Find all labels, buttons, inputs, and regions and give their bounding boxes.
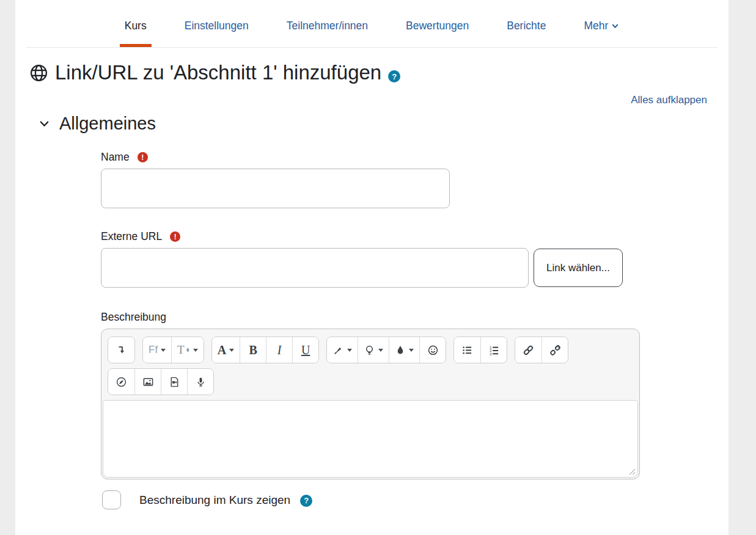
highlight-color-dropdown[interactable] <box>358 337 389 363</box>
caret-icon <box>409 349 414 352</box>
text-style-label: A <box>218 343 226 357</box>
unlink-button[interactable] <box>541 337 568 363</box>
italic-label: I <box>277 343 282 357</box>
text-style-dropdown[interactable]: A <box>212 337 240 363</box>
brush-icon <box>332 344 344 356</box>
highlighter-icon <box>364 344 375 356</box>
name-input[interactable] <box>101 169 450 208</box>
font-family-label: Ff <box>149 344 158 356</box>
url-form: Name ! Externe URL ! Link wählen... Besc… <box>101 151 728 509</box>
bold-button[interactable]: B <box>240 337 266 363</box>
toolbar-toggle-button[interactable] <box>108 337 134 363</box>
font-size-dropdown[interactable]: T ▲▼ <box>171 337 204 363</box>
nav-divider <box>26 47 717 48</box>
external-url-input[interactable] <box>101 248 529 288</box>
tab-bewertungen[interactable]: Bewertungen <box>401 20 474 47</box>
numbered-list-icon: 1 2 3 <box>488 344 500 356</box>
show-description-help-icon[interactable]: ? <box>300 495 312 507</box>
show-description-label: Beschreibung im Kurs zeigen <box>139 493 290 507</box>
record-audio-button[interactable] <box>187 369 213 395</box>
bold-label: B <box>249 343 257 357</box>
page-content: Kurs Einstellungen Teilnehmer/innen Bewe… <box>15 0 728 535</box>
insert-image-button[interactable] <box>134 369 161 395</box>
tab-mehr[interactable]: Mehr <box>579 20 624 47</box>
caret-icon <box>378 349 383 352</box>
name-label: Name <box>101 151 130 164</box>
insert-media-button[interactable] <box>161 369 187 395</box>
tab-kurs[interactable]: Kurs <box>120 20 152 47</box>
unlink-icon <box>549 344 561 356</box>
caret-icon <box>193 349 198 352</box>
description-label: Beschreibung <box>101 311 166 324</box>
required-icon: ! <box>138 152 148 162</box>
section-chevron-icon <box>39 118 50 129</box>
font-size-label: T <box>177 343 185 357</box>
draw-circle-icon <box>116 376 127 388</box>
link-button[interactable] <box>515 337 541 363</box>
rich-text-editor: Ff T ▲▼ A <box>101 329 640 479</box>
numbered-list-button[interactable]: 1 2 3 <box>480 337 507 363</box>
page-header: Link/URL zu 'Abschnitt 1' hinzufügen ? <box>29 61 728 84</box>
ink-drop-icon <box>395 344 406 355</box>
required-icon: ! <box>170 231 180 242</box>
external-url-label: Externe URL <box>101 230 162 243</box>
underline-button[interactable]: U <box>292 337 318 363</box>
italic-button[interactable]: I <box>266 337 292 363</box>
chevron-down-icon <box>611 22 619 30</box>
editor-toolbar: Ff T ▲▼ A <box>101 329 639 395</box>
resize-handle[interactable] <box>627 467 636 475</box>
tab-einstellungen[interactable]: Einstellungen <box>180 20 254 47</box>
expand-all-row: Alles aufklappen <box>15 94 707 106</box>
emoticon-button[interactable] <box>419 337 446 363</box>
expand-all-link[interactable]: Alles aufklappen <box>631 94 707 106</box>
tab-mehr-label: Mehr <box>584 20 608 32</box>
emoticon-icon <box>427 344 439 356</box>
description-editor-area[interactable] <box>103 401 637 477</box>
choose-link-button[interactable]: Link wählen... <box>534 249 623 287</box>
bullet-list-icon <box>461 344 473 356</box>
section-allgemeines[interactable]: Allgemeines <box>39 114 728 134</box>
draw-button[interactable] <box>108 369 134 395</box>
globe-icon <box>29 64 48 82</box>
text-color-dropdown[interactable] <box>327 337 358 363</box>
microphone-icon <box>195 376 207 388</box>
section-heading-label: Allgemeines <box>59 114 156 134</box>
course-nav: Kurs Einstellungen Teilnehmer/innen Bewe… <box>15 0 728 47</box>
tab-berichte[interactable]: Berichte <box>502 20 551 47</box>
show-description-checkbox[interactable] <box>102 490 121 509</box>
ink-color-dropdown[interactable] <box>389 337 419 363</box>
show-description-row: Beschreibung im Kurs zeigen ? <box>101 490 728 509</box>
bullet-list-button[interactable] <box>454 337 480 363</box>
link-icon <box>523 344 534 356</box>
tab-teilnehmer[interactable]: Teilnehmer/innen <box>282 20 373 47</box>
size-arrows-icon: ▲▼ <box>186 348 190 352</box>
underline-label: U <box>301 343 310 357</box>
svg-text:3: 3 <box>490 352 492 356</box>
video-icon <box>169 376 180 388</box>
caret-icon <box>161 349 166 352</box>
caret-icon <box>347 349 352 352</box>
font-family-dropdown[interactable]: Ff <box>143 337 171 363</box>
title-help-icon[interactable]: ? <box>388 70 400 82</box>
page-title: Link/URL zu 'Abschnitt 1' hinzufügen <box>55 61 381 84</box>
image-icon <box>142 376 154 388</box>
toolbar-toggle-icon <box>116 344 127 355</box>
caret-icon <box>229 349 234 352</box>
